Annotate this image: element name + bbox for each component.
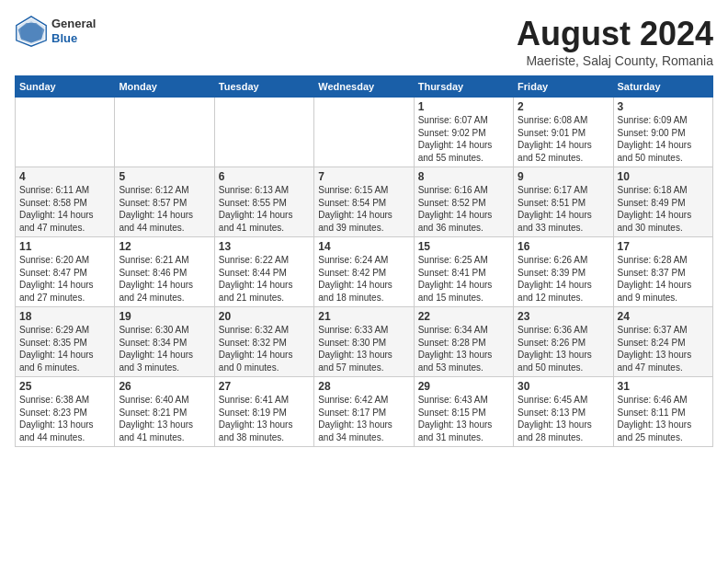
day-content: Sunrise: 6:08 AM Sunset: 9:01 PM Dayligh… — [518, 114, 609, 164]
day-content: Sunrise: 6:17 AM Sunset: 8:51 PM Dayligh… — [518, 184, 609, 234]
day-content: Sunrise: 6:16 AM Sunset: 8:52 PM Dayligh… — [418, 184, 509, 234]
day-content: Sunrise: 6:33 AM Sunset: 8:30 PM Dayligh… — [318, 324, 409, 373]
day-content: Sunrise: 6:22 AM Sunset: 8:44 PM Dayligh… — [219, 254, 310, 304]
header-day-sunday: Sunday — [16, 76, 115, 98]
day-number: 27 — [219, 380, 310, 393]
header-day-monday: Monday — [115, 76, 214, 98]
day-content: Sunrise: 6:15 AM Sunset: 8:54 PM Dayligh… — [318, 184, 409, 234]
day-number: 13 — [219, 240, 310, 253]
day-content: Sunrise: 6:21 AM Sunset: 8:46 PM Dayligh… — [119, 254, 210, 304]
calendar-week-5: 25Sunrise: 6:38 AM Sunset: 8:23 PM Dayli… — [16, 377, 713, 447]
day-number: 22 — [418, 310, 509, 323]
day-number: 18 — [19, 310, 110, 323]
calendar-cell: 10Sunrise: 6:18 AM Sunset: 8:49 PM Dayli… — [613, 167, 712, 237]
calendar-cell: 19Sunrise: 6:30 AM Sunset: 8:34 PM Dayli… — [115, 307, 214, 377]
page-header: General Blue August 2024 Maeriste, Salaj… — [15, 15, 713, 68]
day-content: Sunrise: 6:28 AM Sunset: 8:37 PM Dayligh… — [618, 254, 709, 304]
calendar-cell: 24Sunrise: 6:37 AM Sunset: 8:24 PM Dayli… — [613, 307, 712, 377]
header-day-friday: Friday — [514, 76, 613, 98]
title-block: August 2024 Maeriste, Salaj County, Roma… — [517, 15, 713, 68]
calendar-week-2: 4Sunrise: 6:11 AM Sunset: 8:58 PM Daylig… — [16, 167, 713, 237]
day-number: 6 — [219, 170, 310, 183]
month-year-title: August 2024 — [517, 15, 713, 53]
day-number: 5 — [119, 170, 210, 183]
day-number: 3 — [618, 100, 709, 113]
day-number: 10 — [618, 170, 709, 183]
day-content: Sunrise: 6:30 AM Sunset: 8:34 PM Dayligh… — [119, 324, 210, 373]
day-number: 12 — [119, 240, 210, 253]
logo-icon — [15, 15, 48, 48]
calendar-week-1: 1Sunrise: 6:07 AM Sunset: 9:02 PM Daylig… — [16, 98, 713, 167]
calendar-week-3: 11Sunrise: 6:20 AM Sunset: 8:47 PM Dayli… — [16, 237, 713, 307]
calendar-header: SundayMondayTuesdayWednesdayThursdayFrid… — [16, 76, 713, 98]
day-content: Sunrise: 6:12 AM Sunset: 8:57 PM Dayligh… — [119, 184, 210, 234]
calendar-cell: 9Sunrise: 6:17 AM Sunset: 8:51 PM Daylig… — [514, 167, 613, 237]
day-content: Sunrise: 6:43 AM Sunset: 8:15 PM Dayligh… — [418, 394, 509, 443]
header-row: SundayMondayTuesdayWednesdayThursdayFrid… — [16, 76, 713, 98]
calendar-cell: 14Sunrise: 6:24 AM Sunset: 8:42 PM Dayli… — [314, 237, 414, 307]
calendar-week-4: 18Sunrise: 6:29 AM Sunset: 8:35 PM Dayli… — [16, 307, 713, 377]
day-content: Sunrise: 6:09 AM Sunset: 9:00 PM Dayligh… — [618, 114, 709, 164]
calendar-cell — [214, 98, 313, 167]
location-subtitle: Maeriste, Salaj County, Romania — [517, 53, 713, 68]
calendar-cell: 20Sunrise: 6:32 AM Sunset: 8:32 PM Dayli… — [214, 307, 313, 377]
day-number: 20 — [219, 310, 310, 323]
calendar-cell: 27Sunrise: 6:41 AM Sunset: 8:19 PM Dayli… — [214, 377, 313, 447]
day-content: Sunrise: 6:46 AM Sunset: 8:11 PM Dayligh… — [618, 394, 709, 443]
calendar-cell: 13Sunrise: 6:22 AM Sunset: 8:44 PM Dayli… — [214, 237, 313, 307]
day-number: 1 — [418, 100, 509, 113]
day-number: 24 — [618, 310, 709, 323]
day-number: 23 — [518, 310, 609, 323]
day-number: 15 — [418, 240, 509, 253]
day-content: Sunrise: 6:13 AM Sunset: 8:55 PM Dayligh… — [219, 184, 310, 234]
calendar-cell: 23Sunrise: 6:36 AM Sunset: 8:26 PM Dayli… — [514, 307, 613, 377]
calendar-cell: 15Sunrise: 6:25 AM Sunset: 8:41 PM Dayli… — [414, 237, 513, 307]
day-content: Sunrise: 6:32 AM Sunset: 8:32 PM Dayligh… — [219, 324, 310, 373]
calendar-cell: 1Sunrise: 6:07 AM Sunset: 9:02 PM Daylig… — [414, 98, 513, 167]
calendar-cell: 4Sunrise: 6:11 AM Sunset: 8:58 PM Daylig… — [16, 167, 115, 237]
day-number: 30 — [518, 380, 609, 393]
day-content: Sunrise: 6:20 AM Sunset: 8:47 PM Dayligh… — [19, 254, 110, 304]
day-number: 21 — [318, 310, 409, 323]
header-day-tuesday: Tuesday — [214, 76, 313, 98]
day-number: 7 — [318, 170, 409, 183]
calendar-cell: 25Sunrise: 6:38 AM Sunset: 8:23 PM Dayli… — [16, 377, 115, 447]
calendar-cell: 28Sunrise: 6:42 AM Sunset: 8:17 PM Dayli… — [314, 377, 414, 447]
day-content: Sunrise: 6:11 AM Sunset: 8:58 PM Dayligh… — [19, 184, 110, 234]
day-content: Sunrise: 6:40 AM Sunset: 8:21 PM Dayligh… — [119, 394, 210, 443]
calendar-body: 1Sunrise: 6:07 AM Sunset: 9:02 PM Daylig… — [16, 98, 713, 447]
day-content: Sunrise: 6:42 AM Sunset: 8:17 PM Dayligh… — [318, 394, 409, 443]
calendar-cell: 2Sunrise: 6:08 AM Sunset: 9:01 PM Daylig… — [514, 98, 613, 167]
day-number: 8 — [418, 170, 509, 183]
calendar-cell: 22Sunrise: 6:34 AM Sunset: 8:28 PM Dayli… — [414, 307, 513, 377]
calendar-cell: 16Sunrise: 6:26 AM Sunset: 8:39 PM Dayli… — [514, 237, 613, 307]
calendar-cell: 6Sunrise: 6:13 AM Sunset: 8:55 PM Daylig… — [214, 167, 313, 237]
day-content: Sunrise: 6:36 AM Sunset: 8:26 PM Dayligh… — [518, 324, 609, 373]
day-content: Sunrise: 6:24 AM Sunset: 8:42 PM Dayligh… — [318, 254, 409, 304]
calendar-cell: 8Sunrise: 6:16 AM Sunset: 8:52 PM Daylig… — [414, 167, 513, 237]
day-number: 17 — [618, 240, 709, 253]
calendar-cell: 29Sunrise: 6:43 AM Sunset: 8:15 PM Dayli… — [414, 377, 513, 447]
calendar-cell: 21Sunrise: 6:33 AM Sunset: 8:30 PM Dayli… — [314, 307, 414, 377]
day-content: Sunrise: 6:25 AM Sunset: 8:41 PM Dayligh… — [418, 254, 509, 304]
logo-general-text: General — [51, 17, 96, 31]
calendar-cell — [115, 98, 214, 167]
calendar-cell — [314, 98, 414, 167]
day-number: 2 — [518, 100, 609, 113]
calendar-cell: 30Sunrise: 6:45 AM Sunset: 8:13 PM Dayli… — [514, 377, 613, 447]
day-number: 19 — [119, 310, 210, 323]
calendar-cell: 18Sunrise: 6:29 AM Sunset: 8:35 PM Dayli… — [16, 307, 115, 377]
calendar-cell: 26Sunrise: 6:40 AM Sunset: 8:21 PM Dayli… — [115, 377, 214, 447]
calendar-cell — [16, 98, 115, 167]
calendar-cell: 11Sunrise: 6:20 AM Sunset: 8:47 PM Dayli… — [16, 237, 115, 307]
logo-blue-text: Blue — [51, 31, 96, 46]
day-number: 4 — [19, 170, 110, 183]
logo: General Blue — [15, 15, 96, 48]
day-content: Sunrise: 6:18 AM Sunset: 8:49 PM Dayligh… — [618, 184, 709, 234]
day-number: 25 — [19, 380, 110, 393]
calendar-table: SundayMondayTuesdayWednesdayThursdayFrid… — [15, 75, 713, 447]
day-content: Sunrise: 6:34 AM Sunset: 8:28 PM Dayligh… — [418, 324, 509, 373]
logo-text: General Blue — [51, 17, 96, 45]
day-number: 16 — [518, 240, 609, 253]
day-content: Sunrise: 6:07 AM Sunset: 9:02 PM Dayligh… — [418, 114, 509, 164]
